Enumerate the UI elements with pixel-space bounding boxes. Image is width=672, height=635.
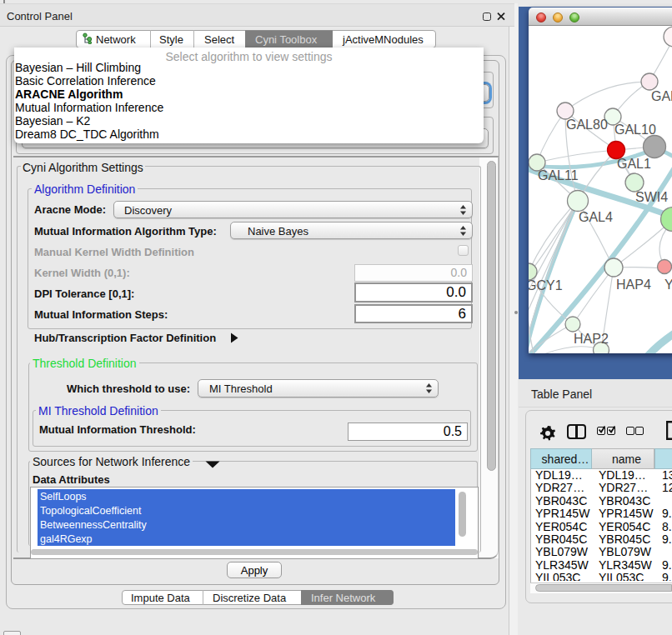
- svg-text:GAL4: GAL4: [579, 210, 613, 224]
- svg-text:GAL80: GAL80: [566, 118, 608, 132]
- svg-text:Y: Y: [664, 278, 672, 292]
- svg-text:GAL11: GAL11: [538, 168, 579, 182]
- svg-text:GCY1: GCY1: [529, 278, 563, 292]
- svg-text:HAP4: HAP4: [616, 278, 651, 292]
- svg-text:GAL10: GAL10: [614, 122, 656, 137]
- svg-text:SWI4: SWI4: [635, 190, 668, 204]
- svg-text:GAL7: GAL7: [651, 89, 672, 103]
- svg-text:HAP2: HAP2: [574, 332, 609, 346]
- svg-text:GAL1: GAL1: [617, 157, 651, 171]
